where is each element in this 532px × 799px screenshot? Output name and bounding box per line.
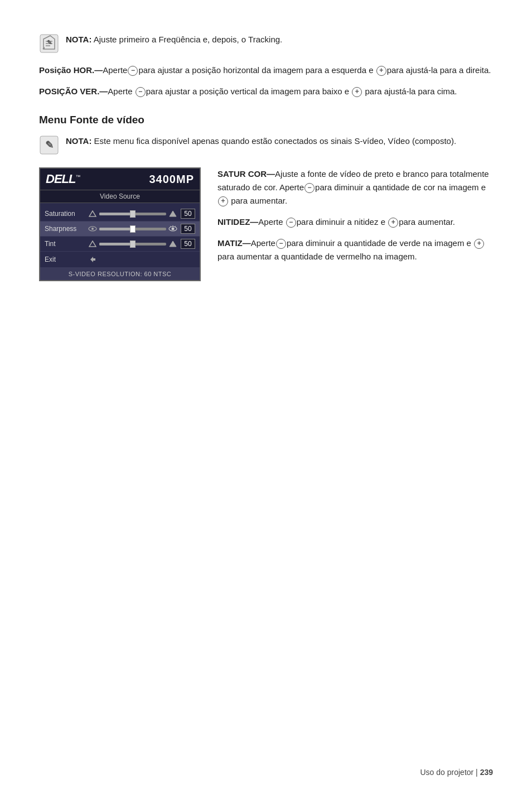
descriptions-col: SATUR COR—Ajuste a fonte de vídeo de pre… (217, 167, 493, 271)
osd-bar-saturation (88, 209, 177, 218)
osd-exit-row: Exit (40, 252, 200, 268)
term-nitidez: NITIDEZ— (217, 217, 258, 227)
posicao-hor-text1: Aperte (103, 65, 127, 75)
note-icon-1: ✎ (39, 33, 59, 54)
svg-marker-8 (170, 211, 176, 216)
posicao-ver-block: POSIÇÃO VER.—Aperte −para ajustar a posi… (39, 85, 493, 98)
osd-row-sharpness: Sharpness 50 (40, 222, 200, 237)
posicao-ver-text2: para ajustar a posição vertical da image… (146, 86, 349, 96)
osd-label-sharpness: Sharpness (45, 225, 85, 233)
note-text-2: NOTA: Este menu fica disponível apenas q… (66, 135, 456, 148)
svg-marker-17 (170, 241, 176, 247)
svg-marker-7 (89, 211, 96, 216)
posicao-ver-text1: Aperte (108, 86, 132, 96)
section-heading: Menu Fonte de vídeo (39, 114, 493, 126)
desc-satur-text2: para diminuir a qantidade de cor na imag… (315, 182, 486, 192)
desc-matiz-text1: Aperte (251, 238, 275, 248)
osd-menu: DELL™ 3400MP Video Source Saturation (39, 167, 201, 281)
osd-value-sharpness: 50 (181, 224, 195, 234)
footer-separator: | (473, 768, 480, 777)
note-text-1: NOTA: Ajuste primeiro a Freqüência e, de… (66, 33, 282, 46)
posicao-ver-text3: para ajustá-la para cima. (365, 86, 457, 96)
posicao-ver-label: POSIÇÃO VER.— (39, 86, 108, 96)
desc-matiz-text2: para diminuir a quantidade de verde na i… (287, 238, 473, 248)
posicao-hor-text2: para ajustar a posição horizontal da ima… (138, 65, 373, 75)
content-row: DELL™ 3400MP Video Source Saturation (39, 167, 493, 281)
posicao-hor-label: Posição HOR.— (39, 65, 103, 75)
osd-row-saturation: Saturation 50 (40, 206, 200, 222)
desc-satur-cor: SATUR COR—Ajuste a fonte de vídeo de pre… (217, 167, 493, 208)
bar-icon-left-sharp (88, 224, 97, 233)
note-block-2: ✎ NOTA: Este menu fica disponível apenas… (39, 135, 493, 155)
minus-icon-hor: − (128, 66, 138, 76)
desc-nitidez: NITIDEZ—Aperte −para diminuir a nitidez … (217, 215, 493, 229)
plus-icon-satur: + (218, 196, 228, 206)
bar-icon-left-tint (88, 239, 97, 248)
minus-icon-satur: − (304, 183, 315, 193)
desc-nitidez-text3: para aumentar. (399, 217, 455, 227)
minus-icon-ver: − (136, 87, 146, 97)
plus-icon-hor: + (376, 66, 386, 76)
svg-point-10 (91, 228, 94, 230)
bar-track-sharpness (99, 228, 166, 230)
osd-subtitle: Video Source (40, 190, 200, 203)
osd-header: DELL™ 3400MP (40, 169, 200, 190)
footer-label: Uso do projetor (420, 768, 474, 777)
term-matiz: MATIZ— (217, 238, 251, 248)
svg-marker-16 (89, 241, 96, 247)
bar-track-tint (99, 243, 166, 246)
svg-point-12 (172, 228, 175, 230)
osd-label-saturation: Saturation (45, 210, 85, 218)
plus-icon-nitidez: + (388, 218, 398, 228)
desc-matiz: MATIZ—Aperte−para diminuir a quantidade … (217, 237, 493, 263)
posicao-hor-block: Posição HOR.—Aperte−para ajustar a posiç… (39, 64, 493, 77)
term-satur-cor: SATUR COR— (217, 169, 275, 179)
desc-matiz-text3: para aumentar a quantidade de vermelho n… (217, 252, 417, 261)
desc-nitidez-text2: para diminuir a nitidez e (297, 217, 388, 227)
exit-icon (85, 254, 96, 265)
note-icon-2: ✎ (39, 135, 59, 155)
note-block-1: ✎ NOTA: Ajuste primeiro a Freqüência e, … (39, 33, 493, 54)
osd-value-saturation: 50 (181, 209, 195, 219)
osd-bar-sharpness (88, 224, 177, 233)
osd-logo: DELL™ (46, 172, 80, 186)
minus-icon-nitidez: − (286, 218, 296, 228)
osd-value-tint: 50 (181, 239, 195, 249)
plus-icon-ver: + (352, 87, 362, 97)
minus-icon-matiz: − (276, 239, 286, 249)
bar-icon-left-sat (88, 209, 97, 218)
desc-satur-text3: para aumentar. (231, 196, 287, 205)
bar-icon-right-sharp (168, 224, 177, 233)
osd-bar-tint (88, 239, 177, 248)
svg-text:✎: ✎ (45, 139, 54, 151)
osd-row-tint: Tint 50 (40, 237, 200, 252)
footer-page: 239 (480, 768, 493, 777)
bar-track-saturation (99, 213, 166, 215)
osd-footer: S-VIDEO RESOLUTION: 60 NTSC (40, 268, 200, 280)
osd-exit-label: Exit (45, 256, 85, 263)
osd-model: 3400MP (149, 173, 195, 186)
desc-nitidez-text1: Aperte (258, 217, 285, 227)
bar-icon-right-sat (168, 209, 177, 218)
osd-label-tint: Tint (45, 240, 85, 248)
plus-icon-matiz: + (474, 239, 484, 249)
svg-text:✎: ✎ (47, 39, 52, 46)
bar-icon-right-tint (168, 239, 177, 248)
posicao-hor-text3: para ajustá-la para a direita. (387, 65, 491, 75)
page-footer: Uso do projetor | 239 (420, 768, 494, 777)
